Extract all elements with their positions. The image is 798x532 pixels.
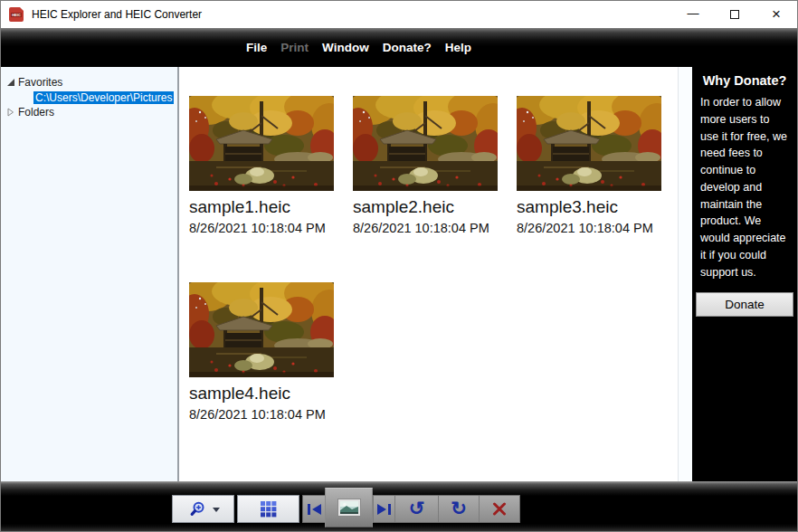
grid-icon [260, 500, 278, 518]
menu-item-donate[interactable]: Donate? [383, 41, 432, 54]
file-card[interactable]: sample1.heic 8/26/2021 10:18:04 PM [189, 96, 334, 235]
zoom-button[interactable] [172, 495, 234, 523]
file-name: sample3.heic [517, 197, 661, 217]
window-title: HEIC Explorer and HEIC Converter [32, 8, 202, 21]
rotate-cw-icon: ↻ [451, 500, 467, 518]
donate-panel-title: Why Donate? [692, 73, 797, 88]
folders-label: Folders [18, 106, 54, 119]
next-button[interactable] [373, 496, 394, 522]
photo-thumbnail[interactable] [189, 282, 334, 377]
menu-bar: FilePrintWindowDonate?Help [1, 28, 797, 67]
file-card[interactable]: sample4.heic 8/26/2021 10:18:04 PM [189, 282, 334, 422]
window-controls: — × [672, 1, 797, 28]
rotate-left-button[interactable]: ↺ [394, 496, 438, 522]
rotate-ccw-icon: ↺ [409, 500, 425, 518]
maximize-icon [730, 10, 739, 19]
tree-expanded-icon[interactable] [6, 78, 15, 87]
tree-collapsed-icon[interactable] [6, 108, 15, 117]
donate-panel: Why Donate? In order to allow more users… [692, 67, 797, 481]
tree-item-selected-path[interactable]: C:\Users\Developer\Pictures [1, 90, 177, 105]
delete-x-icon [492, 502, 507, 516]
file-name: sample2.heic [353, 197, 498, 217]
file-card[interactable]: sample3.heic 8/26/2021 10:18:04 PM [517, 96, 661, 235]
title-bar: HEIC HEIC Explorer and HEIC Converter — … [1, 1, 797, 28]
donate-panel-body: In order to allow more users to use it f… [692, 88, 797, 280]
file-card[interactable]: sample2.heic 8/26/2021 10:18:04 PM [353, 96, 498, 235]
tree-item-favorites[interactable]: Favorites [1, 75, 177, 90]
main-area: Favorites C:\Users\Developer\Pictures Fo… [1, 67, 797, 481]
thumbnail-grid-button[interactable] [237, 495, 299, 523]
photo-thumbnail[interactable] [517, 96, 661, 191]
photo-thumbnail[interactable] [353, 96, 498, 191]
maximize-button[interactable] [714, 1, 755, 28]
file-name: sample1.heic [189, 197, 334, 217]
magnifier-plus-icon [187, 501, 207, 517]
favorites-label: Favorites [18, 76, 62, 89]
file-modified-date: 8/26/2021 10:18:04 PM [353, 221, 498, 235]
single-image-view-button[interactable] [325, 488, 373, 527]
menu-item-help[interactable]: Help [445, 41, 471, 54]
minimize-button[interactable]: — [672, 1, 714, 28]
file-name: sample4.heic [189, 384, 334, 404]
scrollbar-gutter [678, 67, 692, 481]
bottom-bar: ↺↻ [1, 481, 797, 531]
file-modified-date: 8/26/2021 10:18:04 PM [517, 221, 661, 235]
delete-button[interactable] [479, 496, 519, 522]
close-icon: × [772, 5, 781, 24]
next-icon [376, 503, 392, 516]
tree-item-folders[interactable]: Folders [1, 105, 177, 119]
dropdown-caret-icon[interactable] [213, 508, 220, 516]
rotate-right-button[interactable]: ↻ [438, 496, 479, 522]
file-modified-date: 8/26/2021 10:18:04 PM [189, 407, 334, 422]
previous-icon [307, 503, 322, 516]
folder-tree-sidebar: Favorites C:\Users\Developer\Pictures Fo… [1, 67, 179, 481]
donate-button[interactable]: Donate [696, 292, 793, 317]
close-button[interactable]: × [755, 1, 797, 28]
menu-item-window[interactable]: Window [322, 41, 369, 54]
picture-icon [337, 499, 361, 517]
file-grid: sample1.heic 8/26/2021 10:18:04 PM sampl… [179, 67, 678, 481]
photo-thumbnail[interactable] [189, 96, 334, 191]
app-icon-label: HEIC [11, 13, 22, 17]
app-window: HEIC HEIC Explorer and HEIC Converter — … [0, 0, 798, 532]
selected-path-label[interactable]: C:\Users\Developer\Pictures [33, 91, 174, 104]
menu-item-file[interactable]: File [246, 41, 267, 54]
toolbar-gray-group: ↺↻ [302, 495, 520, 523]
bottom-toolbar: ↺↻ [172, 495, 520, 523]
app-icon: HEIC [9, 7, 24, 22]
file-modified-date: 8/26/2021 10:18:04 PM [189, 221, 334, 235]
minimize-icon: — [688, 6, 699, 20]
menu-item-print: Print [280, 41, 309, 54]
previous-button[interactable] [303, 496, 325, 522]
